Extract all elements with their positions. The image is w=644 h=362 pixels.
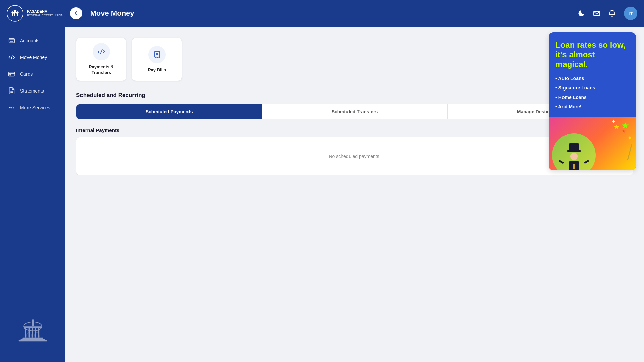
logo-text: PASADENA FEDERAL CREDIT UNION [27, 9, 63, 17]
sidebar-item-statements-label: Statements [20, 88, 44, 94]
svg-point-15 [11, 107, 12, 108]
tab-scheduled-payments[interactable]: Scheduled Payments [76, 104, 262, 119]
wand [627, 144, 633, 160]
accounts-icon [8, 37, 15, 44]
star-decoration-4: ✦ [611, 118, 616, 125]
right-arm [584, 160, 589, 164]
ad-banner[interactable]: Loan rates so low, it's almost magical. … [549, 32, 636, 170]
sidebar-item-cards[interactable]: Cards [0, 66, 65, 82]
star-decoration-3: ★ [622, 128, 626, 134]
app-logo: PASADENA FEDERAL CREDIT UNION [7, 5, 63, 22]
transfer-icon [97, 47, 106, 56]
topbar: PASADENA FEDERAL CREDIT UNION Move Money [0, 0, 644, 27]
notifications-button[interactable] [608, 10, 616, 17]
body [569, 161, 579, 170]
user-avatar[interactable]: IT [624, 7, 637, 20]
pay-bills-label: Pay Bills [148, 67, 166, 73]
messages-button[interactable] [593, 10, 600, 17]
ad-banner-title: Loan rates so low, it's almost magical. [555, 40, 629, 69]
svg-rect-11 [9, 72, 15, 76]
ad-banner-content: Loan rates so low, it's almost magical. … [549, 32, 636, 117]
hat-top [569, 143, 579, 150]
more-services-icon [8, 104, 15, 111]
svg-rect-23 [28, 328, 30, 338]
pay-bills-card[interactable]: Pay Bills [132, 38, 182, 81]
svg-rect-2 [12, 12, 18, 13]
ad-list-item-2: Signature Loans [555, 83, 629, 93]
moon-icon [578, 10, 585, 17]
magician-circle [552, 133, 596, 170]
svg-rect-3 [14, 10, 16, 12]
left-arm [559, 160, 564, 164]
envelope-icon [593, 10, 600, 17]
svg-rect-20 [33, 317, 33, 320]
sidebar-item-more-services-label: More Services [20, 105, 50, 110]
ad-banner-list: Auto Loans Signature Loans Home Loans An… [555, 74, 629, 111]
svg-rect-28 [20, 339, 45, 340]
app-layout: Accounts Move Money Cards Statement [0, 27, 644, 362]
transfer-icon-container [93, 43, 110, 60]
sidebar-item-cards-label: Cards [20, 71, 33, 77]
wand-area: ✦ [627, 134, 633, 160]
sidebar-item-accounts-label: Accounts [20, 38, 40, 43]
dark-mode-toggle[interactable] [578, 10, 585, 17]
svg-rect-22 [25, 328, 26, 338]
svg-point-16 [9, 107, 10, 108]
svg-rect-29 [18, 340, 47, 341]
tab-scheduled-transfers[interactable]: Scheduled Transfers [262, 104, 447, 119]
magician-figure [562, 143, 586, 170]
topbar-actions: IT [578, 7, 637, 20]
sidebar-item-more-services[interactable]: More Services [0, 99, 65, 116]
payments-transfers-card[interactable]: Payments &Transfers [76, 38, 126, 81]
sparkle-icon: ✦ [627, 134, 633, 142]
sidebar-bottom-logo [0, 306, 65, 357]
svg-rect-7 [17, 13, 18, 16]
svg-point-17 [13, 107, 14, 108]
svg-rect-12 [10, 75, 11, 75]
svg-rect-10 [9, 39, 15, 43]
building-logo-icon [16, 313, 50, 350]
chevron-left-icon [74, 11, 78, 16]
bills-icon [153, 50, 161, 59]
sidebar-item-move-money-label: Move Money [20, 55, 47, 60]
svg-rect-27 [22, 338, 43, 339]
svg-rect-19 [32, 319, 34, 326]
ad-list-item-4: And More! [555, 102, 629, 111]
ad-list-item-1: Auto Loans [555, 74, 629, 83]
svg-rect-5 [14, 13, 15, 16]
logo-icon [7, 5, 23, 22]
collapse-sidebar-button[interactable] [70, 7, 82, 19]
payments-transfers-label: Payments &Transfers [89, 64, 114, 76]
bell-icon [608, 10, 616, 17]
bills-icon-container [148, 46, 166, 63]
sidebar-item-move-money[interactable]: Move Money [0, 49, 65, 66]
ad-list-item-3: Home Loans [555, 93, 629, 102]
svg-rect-24 [32, 328, 33, 338]
sidebar-item-accounts[interactable]: Accounts [0, 32, 65, 49]
cards-icon [8, 70, 15, 78]
svg-point-0 [7, 5, 23, 21]
sidebar: Accounts Move Money Cards Statement [0, 27, 65, 362]
move-money-icon [8, 54, 15, 61]
ad-banner-image: ★ ★ ★ ✦ ✦ [549, 117, 636, 170]
costume-detail [573, 164, 575, 169]
head [570, 153, 578, 160]
hat-brim [567, 150, 581, 152]
empty-payments-message: No scheduled payments. [329, 154, 380, 159]
svg-rect-4 [12, 13, 13, 16]
sidebar-item-statements[interactable]: Statements [0, 82, 65, 99]
page-title: Move Money [90, 9, 135, 18]
svg-rect-6 [16, 13, 16, 16]
svg-rect-8 [11, 16, 19, 16]
svg-rect-21 [24, 326, 42, 328]
statements-icon [8, 87, 15, 95]
